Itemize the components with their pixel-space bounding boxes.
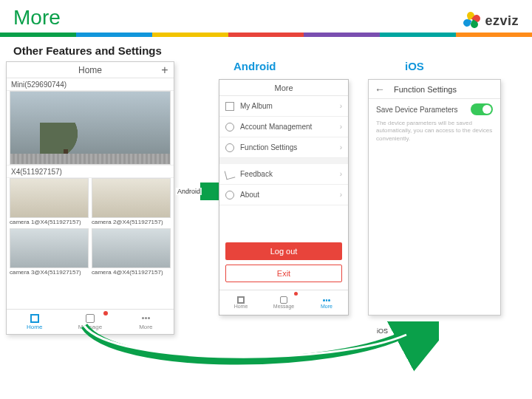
logo-text: ezviz <box>485 13 519 29</box>
list-item-label: Feedback <box>240 170 273 178</box>
message-icon <box>86 314 95 323</box>
home-title: Home <box>24 65 156 75</box>
add-device-icon[interactable]: + <box>156 64 174 77</box>
list-item-label: My Album <box>240 102 273 110</box>
gear-icon <box>225 143 234 152</box>
logo-mark-icon <box>463 12 480 30</box>
back-icon[interactable]: ← <box>375 83 385 95</box>
setting-description: The device parameters will be saved auto… <box>369 120 500 147</box>
list-item-function-settings[interactable]: Function Settings › <box>219 137 348 158</box>
setting-label: Save Device Parameters <box>376 106 458 114</box>
tab-message-label: Message <box>78 324 102 330</box>
column-header-ios: iOS <box>405 60 424 72</box>
ios-function-settings-screenshot: ← Function Settings Save Device Paramete… <box>368 79 501 316</box>
camera-caption-2b: camera 2@X4(511927157) <box>92 218 171 225</box>
camera-label-2: X4(511927157) <box>7 165 174 178</box>
tab-message[interactable]: Message <box>62 310 117 334</box>
tab-home[interactable]: Home <box>7 310 62 334</box>
list-item-about[interactable]: About › <box>219 185 348 205</box>
tab-more[interactable]: More <box>118 310 174 334</box>
ios-arrow-label: iOS <box>375 327 389 335</box>
brand-stripe <box>0 33 532 37</box>
camera-thumbnail-2c[interactable] <box>10 228 89 268</box>
logout-button[interactable]: Log out <box>225 242 342 260</box>
android-arrow-label: Android <box>176 188 202 195</box>
more-title: More <box>219 80 348 96</box>
account-icon <box>225 123 234 132</box>
tab-message[interactable]: Message <box>262 290 305 315</box>
info-icon <box>225 191 234 200</box>
list-item-account[interactable]: Account Management › <box>219 117 348 137</box>
more-icon <box>141 314 150 323</box>
home-icon <box>30 314 39 323</box>
notification-dot-icon <box>294 292 298 296</box>
camera-thumbnail-2b[interactable] <box>92 178 171 218</box>
camera-label-1: Mini(529690744) <box>7 78 174 91</box>
more-icon <box>323 296 330 304</box>
page-title: More <box>13 6 61 30</box>
exit-button[interactable]: Exit <box>225 265 342 282</box>
feedback-icon <box>225 168 236 180</box>
notification-dot-icon <box>103 311 108 316</box>
tab-more[interactable]: More <box>305 290 348 315</box>
chevron-right-icon: › <box>340 191 342 199</box>
android-more-screenshot: More My Album › Account Management › Fun… <box>219 79 349 316</box>
bottom-tabs[interactable]: Home Message More <box>219 290 348 315</box>
list-item-label: Account Management <box>240 123 312 131</box>
camera-caption-2d: camera 4@X4(511927157) <box>92 268 171 276</box>
screen-title: Function Settings <box>394 85 457 94</box>
brand-logo: ezviz <box>463 12 519 30</box>
camera-thumbnail-2d[interactable] <box>92 228 171 268</box>
chevron-right-icon: › <box>340 102 342 110</box>
chevron-right-icon: › <box>340 123 342 131</box>
list-item-label: About <box>240 191 259 199</box>
album-icon <box>225 102 234 111</box>
tab-home-label: Home <box>27 324 42 330</box>
android-home-screenshot: Home + Mini(529690744) X4(511927157) cam… <box>6 61 174 335</box>
camera-caption-2c: camera 3@X4(511927157) <box>10 268 89 276</box>
list-item-album[interactable]: My Album › <box>219 96 348 117</box>
list-item-feedback[interactable]: Feedback › <box>219 164 348 185</box>
bottom-tabs[interactable]: Home Message More <box>7 309 174 334</box>
tab-home-label: Home <box>234 304 248 309</box>
chevron-right-icon: › <box>340 143 342 151</box>
camera-caption-2a: camera 1@X4(511927157) <box>10 218 89 225</box>
tab-more-label: More <box>321 304 332 309</box>
toggle-switch[interactable] <box>471 103 493 115</box>
chevron-right-icon: › <box>340 170 342 178</box>
message-icon <box>280 296 287 304</box>
tab-more-label: More <box>139 324 152 330</box>
tab-home[interactable]: Home <box>219 290 262 315</box>
home-icon <box>237 296 245 304</box>
section-heading: Other Features and Settings <box>0 37 532 61</box>
setting-row-save-params[interactable]: Save Device Parameters <box>369 99 500 120</box>
column-header-android: Android <box>233 60 276 72</box>
camera-thumbnail-2a[interactable] <box>10 178 89 218</box>
list-item-label: Function Settings <box>240 143 297 151</box>
camera-thumbnail-1[interactable] <box>10 91 171 165</box>
tab-message-label: Message <box>273 304 294 309</box>
